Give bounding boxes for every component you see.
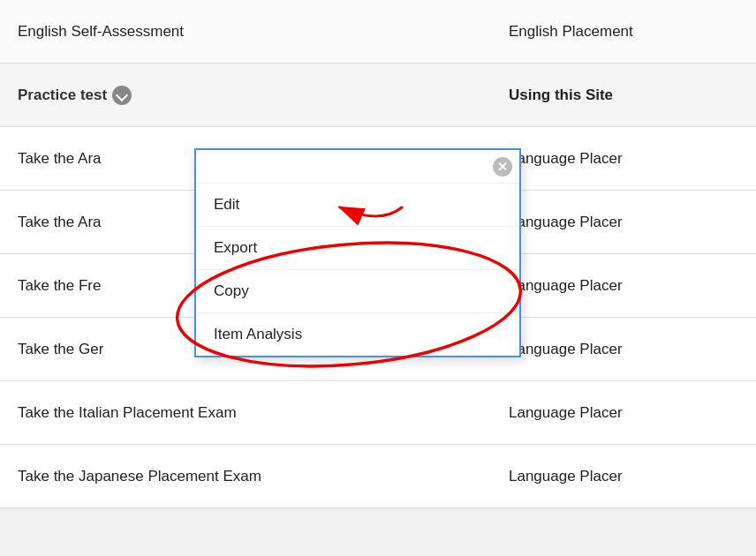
row-right-japanese: Language Placer bbox=[509, 468, 738, 485]
row-right-arabic1: Language Placer bbox=[509, 150, 738, 168]
row-right-french: Language Placer bbox=[509, 277, 738, 295]
table-row: Take the Italian Placement Exam Language… bbox=[0, 381, 756, 445]
row-left-english: English Self-Assessment bbox=[18, 23, 509, 41]
clear-icon[interactable]: ✕ bbox=[493, 157, 512, 177]
dropdown-item-export[interactable]: Export bbox=[196, 227, 519, 270]
row-right-italian: Language Placer bbox=[509, 404, 738, 422]
row-left-japanese: Take the Japanese Placement Exam bbox=[18, 468, 509, 485]
table-row: English Self-Assessment English Placemen… bbox=[0, 0, 756, 64]
table-row: Take the Japanese Placement Exam Languag… bbox=[0, 445, 756, 508]
row-right-german: Language Placer bbox=[509, 341, 738, 358]
practice-test-row: Practice test Using this Site bbox=[0, 64, 756, 127]
row-left-italian: Take the Italian Placement Exam bbox=[18, 404, 509, 422]
dropdown-item-item-analysis[interactable]: Item Analysis bbox=[196, 313, 519, 356]
row-right-arabic2: Language Placer bbox=[509, 214, 738, 231]
context-dropdown: ✕ Edit Export Copy Item Analysis bbox=[194, 148, 521, 357]
practice-test-left: Practice test bbox=[18, 86, 509, 105]
dropdown-search-row: ✕ bbox=[196, 150, 519, 184]
practice-test-label: Practice test bbox=[18, 86, 107, 104]
dropdown-item-copy[interactable]: Copy bbox=[196, 270, 519, 313]
row-right-english: English Placement bbox=[509, 23, 738, 41]
dropdown-item-edit[interactable]: Edit bbox=[196, 184, 519, 227]
chevron-down-icon[interactable] bbox=[112, 86, 132, 105]
dropdown-search-input[interactable] bbox=[203, 155, 493, 177]
practice-test-right: Using this Site bbox=[509, 86, 738, 104]
